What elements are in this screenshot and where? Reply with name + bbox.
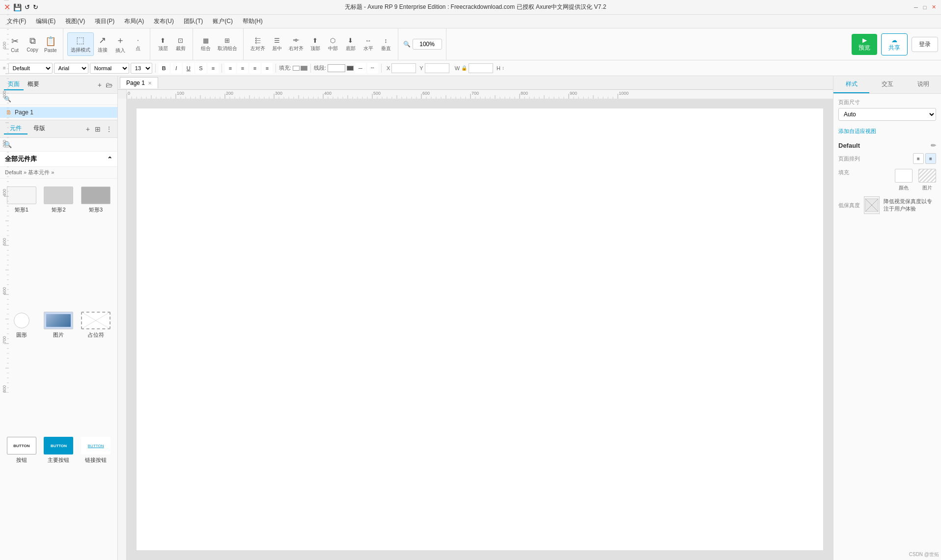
- redo-icon[interactable]: ↻: [33, 3, 38, 11]
- crop-button[interactable]: ⊡ 裁剪: [172, 35, 190, 54]
- insert-button[interactable]: ＋ 插入: [111, 32, 129, 56]
- canvas-tab-page1[interactable]: Page 1 ✕: [120, 77, 158, 88]
- tab-interaction[interactable]: 交互: [869, 76, 905, 93]
- group-button[interactable]: ▦ 组合: [197, 35, 215, 54]
- window-controls[interactable]: ─ □ ✕: [913, 4, 937, 11]
- align-center-btn[interactable]: ≡: [925, 153, 936, 164]
- canvas-content[interactable]: [127, 99, 833, 560]
- canvas-white[interactable]: [137, 108, 823, 550]
- add-page-button[interactable]: +: [97, 80, 103, 90]
- tab-outline[interactable]: 概要: [24, 79, 43, 90]
- stroke-sample[interactable]: [328, 64, 345, 72]
- fill-color-option[interactable]: 颜色: [895, 169, 913, 191]
- v-distribute-button[interactable]: ↕ 垂直: [377, 35, 395, 54]
- h-label: H: [497, 65, 500, 71]
- font-select[interactable]: Arial: [54, 63, 88, 74]
- menu-help[interactable]: 帮助(H): [238, 15, 268, 27]
- add-adaptive-link[interactable]: 添加自适应视图: [838, 128, 876, 134]
- menu-view[interactable]: 视图(V): [60, 15, 90, 27]
- menu-layout[interactable]: 布局(A): [119, 15, 149, 27]
- tab-masters[interactable]: 母版: [28, 123, 51, 134]
- underline-button[interactable]: U: [183, 63, 194, 74]
- top-button[interactable]: ⬆ 顶层: [154, 35, 172, 54]
- h-distribute-label: 水平: [363, 45, 373, 52]
- fill-image-option[interactable]: 图片: [918, 169, 936, 191]
- lf-icon[interactable]: [864, 196, 880, 214]
- menu-edit[interactable]: 编辑(E): [31, 15, 60, 27]
- top-align-button[interactable]: ⬆ 顶部: [306, 35, 324, 54]
- import-comp-button[interactable]: ⊞: [94, 124, 102, 134]
- list-button[interactable]: ≡: [208, 63, 219, 74]
- comp-library-title: 全部元件库: [5, 155, 37, 163]
- login-button[interactable]: 登录: [912, 37, 938, 52]
- comp-item-rect1[interactable]: 矩形1: [4, 183, 39, 306]
- comp-item-placeholder[interactable]: 占位符: [78, 308, 113, 431]
- font-size-select[interactable]: 13: [131, 63, 152, 74]
- page-item-1[interactable]: 🗎 Page 1: [0, 107, 117, 118]
- share-button[interactable]: ☁ 共享: [881, 33, 908, 55]
- comp-item-primary-button[interactable]: BUTTON 主要按钮: [41, 433, 77, 556]
- comp-library-header[interactable]: 全部元件库 ⌃: [0, 152, 117, 167]
- tab-style[interactable]: 样式: [833, 76, 869, 93]
- menu-project[interactable]: 项目(P): [90, 15, 119, 27]
- add-page-folder-button[interactable]: 🗁: [105, 80, 113, 90]
- center-button[interactable]: ☰ 居中: [268, 35, 286, 54]
- connect-button[interactable]: ↗ 连接: [94, 33, 111, 55]
- italic-button[interactable]: I: [171, 63, 182, 74]
- edit-style-icon[interactable]: ✏: [931, 142, 936, 149]
- stroke-style-solid[interactable]: ─: [355, 63, 366, 74]
- right-align-button[interactable]: ⬲ 右对齐: [286, 35, 306, 54]
- select-button[interactable]: ⬚ 选择模式: [67, 32, 94, 56]
- insert-icon: ＋: [116, 34, 125, 46]
- comp-item-image[interactable]: 图片: [41, 308, 77, 431]
- text-align-left[interactable]: ≡: [225, 63, 236, 74]
- menu-account[interactable]: 账户(C): [208, 15, 238, 27]
- add-comp-button[interactable]: +: [85, 124, 91, 134]
- comp-menu-button[interactable]: ⋮: [105, 124, 113, 134]
- comp-item-rect2[interactable]: 矩形2: [41, 183, 77, 306]
- size-type-select[interactable]: Normal: [90, 63, 129, 74]
- bottom-button[interactable]: ⬇ 底部: [342, 35, 360, 54]
- fill-color-swatch2[interactable]: [301, 66, 307, 71]
- text-align-justify[interactable]: ≡: [262, 63, 273, 74]
- preview-button[interactable]: ▶ 预览: [852, 34, 877, 55]
- ungroup-button[interactable]: ⊞ 取消组合: [215, 35, 240, 54]
- undo-icon[interactable]: ↺: [25, 3, 30, 11]
- save-icon[interactable]: 💾: [13, 3, 22, 11]
- fill-color[interactable]: [293, 66, 307, 71]
- canvas-tab-close[interactable]: ✕: [148, 80, 152, 86]
- preview-label: 预览: [858, 44, 870, 52]
- h-distribute-button[interactable]: ↔ 水平: [360, 35, 377, 54]
- page-size-select[interactable]: Auto: [838, 108, 936, 121]
- comp-item-button[interactable]: BUTTON 按钮: [4, 433, 39, 556]
- fill-color-swatch[interactable]: [293, 66, 300, 71]
- bold-button[interactable]: B: [159, 63, 169, 74]
- middle-button[interactable]: ⬡ 中部: [324, 35, 342, 54]
- comp-item-circle[interactable]: 圆形: [4, 308, 39, 431]
- comp-item-rect3[interactable]: 矩形3: [78, 183, 113, 306]
- w-input[interactable]: [469, 63, 493, 73]
- minimize-button[interactable]: ─: [913, 4, 919, 11]
- zoom-input[interactable]: 100%: [413, 39, 442, 50]
- menu-team[interactable]: 团队(T): [179, 15, 208, 27]
- y-input[interactable]: [425, 63, 449, 73]
- text-align-center[interactable]: ≡: [237, 63, 248, 74]
- x-input[interactable]: [391, 63, 416, 73]
- left-align-button[interactable]: ⬱ 左对齐: [248, 34, 268, 54]
- align-left-btn[interactable]: ≡: [913, 153, 924, 164]
- stroke-style-dashed[interactable]: ╌: [367, 63, 378, 74]
- menu-publish[interactable]: 发布(U): [149, 15, 179, 27]
- stroke-color[interactable]: [347, 66, 354, 71]
- style-select[interactable]: Default: [8, 63, 53, 74]
- comp-item-link-button[interactable]: BUTTON 链接按钮: [78, 433, 113, 556]
- text-align-right[interactable]: ≡: [249, 63, 260, 74]
- page-search-input[interactable]: [11, 96, 113, 102]
- tab-notes[interactable]: 说明: [905, 76, 941, 93]
- paste-button[interactable]: 📋 Paste: [41, 34, 60, 55]
- strikethrough-button[interactable]: S: [195, 63, 206, 74]
- close-button[interactable]: ✕: [930, 4, 937, 11]
- comp-search-input[interactable]: [14, 142, 113, 148]
- point-button[interactable]: ⬝ 点: [129, 35, 147, 54]
- copy-button[interactable]: ⧉ Copy: [24, 34, 41, 54]
- maximize-button[interactable]: □: [921, 4, 928, 11]
